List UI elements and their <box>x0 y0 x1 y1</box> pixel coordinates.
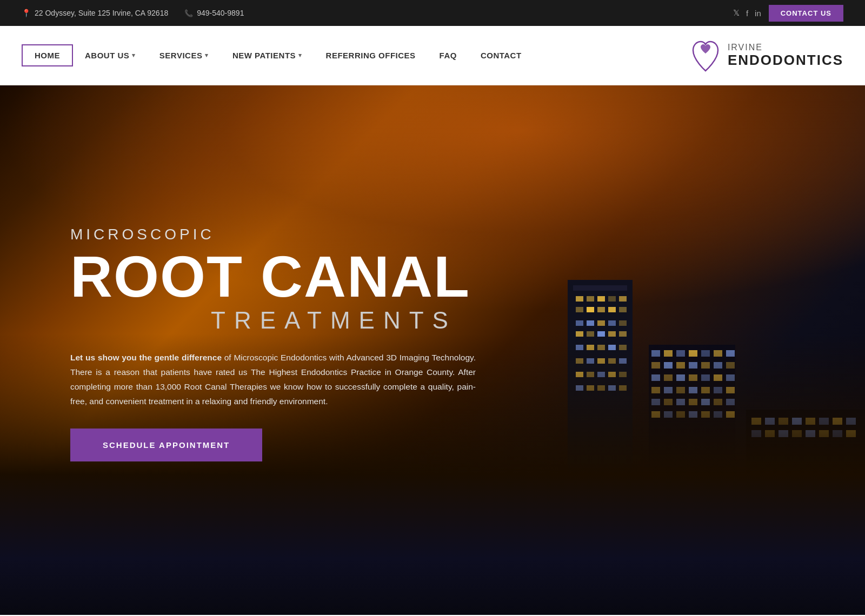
nav-label-new-patients: NEW PATIENTS <box>232 51 296 60</box>
svg-rect-13 <box>576 320 583 326</box>
top-bar: 22 Odyssey, Suite 125 Irvine, CA 92618 9… <box>0 0 865 26</box>
twitter-icon[interactable]: 𝕏 <box>733 8 740 18</box>
top-bar-right: 𝕏 f in CONTACT US <box>733 5 843 22</box>
svg-rect-12 <box>619 307 627 312</box>
nav-label-services: SERVICES <box>159 51 203 60</box>
nav-item-new-patients[interactable]: NEW PATIENTS ▾ <box>221 45 314 65</box>
nav-label-faq: FAQ <box>440 51 457 60</box>
logo-irvine: IRVINE <box>728 43 843 52</box>
svg-rect-10 <box>597 307 605 312</box>
svg-rect-4 <box>587 296 594 302</box>
chevron-down-icon: ▾ <box>298 52 302 59</box>
svg-rect-11 <box>608 307 616 312</box>
address-text: 22 Odyssey, Suite 125 Irvine, CA 92618 <box>35 9 168 17</box>
nav-label-home: HOME <box>35 51 60 60</box>
logo-endodontics: ENDODONTICS <box>728 52 843 68</box>
location-icon <box>22 9 31 17</box>
hero-desc-bold: Let us show you the gentle difference <box>70 353 222 362</box>
svg-rect-15 <box>597 320 605 326</box>
hero-section: MICROSCOPIC ROOT CANAL TREATMENTS Let us… <box>0 85 865 615</box>
nav-item-referring[interactable]: REFERRING OFFICES <box>314 45 428 65</box>
address-item: 22 Odyssey, Suite 125 Irvine, CA 92618 <box>22 9 168 17</box>
top-bar-left: 22 Odyssey, Suite 125 Irvine, CA 92618 9… <box>22 9 244 17</box>
nav-item-contact[interactable]: CONTACT <box>469 45 534 65</box>
nav-item-home[interactable]: HOME <box>22 44 73 66</box>
hero-treatments: TREATMENTS <box>211 307 476 334</box>
hero-title: ROOT CANAL <box>70 247 476 306</box>
nav-links: HOME ABOUT US ▾ SERVICES ▾ NEW PATIENTS … <box>22 44 690 66</box>
nav-item-services[interactable]: SERVICES ▾ <box>148 45 221 65</box>
linkedin-icon[interactable]: in <box>755 9 761 18</box>
svg-rect-8 <box>576 307 583 312</box>
nav-label-referring: REFERRING OFFICES <box>326 51 416 60</box>
logo-tooth-icon <box>690 37 721 74</box>
nav-item-about[interactable]: ABOUT US ▾ <box>73 45 148 65</box>
svg-rect-6 <box>608 296 616 302</box>
facebook-icon[interactable]: f <box>746 9 748 18</box>
svg-rect-14 <box>587 320 594 326</box>
nav-label-about: ABOUT US <box>85 51 129 60</box>
chevron-down-icon: ▾ <box>205 52 209 59</box>
social-icons: 𝕏 f in <box>733 8 761 18</box>
nav-label-contact: CONTACT <box>481 51 522 60</box>
schedule-appointment-button[interactable]: SCHEDULE APPOINTMENT <box>70 428 262 461</box>
phone-text: 949-540-9891 <box>197 9 244 17</box>
svg-rect-17 <box>619 320 627 326</box>
navbar: HOME ABOUT US ▾ SERVICES ▾ NEW PATIENTS … <box>0 26 865 85</box>
hero-content: MICROSCOPIC ROOT CANAL TREATMENTS Let us… <box>70 226 476 461</box>
hero-subtitle: MICROSCOPIC <box>70 226 476 243</box>
chevron-down-icon: ▾ <box>132 52 136 59</box>
svg-rect-16 <box>608 320 616 326</box>
phone-icon <box>184 9 193 17</box>
contact-us-button[interactable]: CONTACT US <box>769 5 843 22</box>
nav-item-faq[interactable]: FAQ <box>428 45 469 65</box>
svg-rect-5 <box>597 296 605 302</box>
phone-item: 949-540-9891 <box>184 9 244 17</box>
svg-rect-2 <box>573 285 627 291</box>
hero-description: Let us show you the gentle difference of… <box>70 350 476 409</box>
svg-rect-9 <box>587 307 594 312</box>
svg-rect-7 <box>619 296 627 302</box>
logo-area[interactable]: IRVINE ENDODONTICS <box>690 37 843 74</box>
logo-text: IRVINE ENDODONTICS <box>728 43 843 68</box>
svg-rect-3 <box>576 296 583 302</box>
